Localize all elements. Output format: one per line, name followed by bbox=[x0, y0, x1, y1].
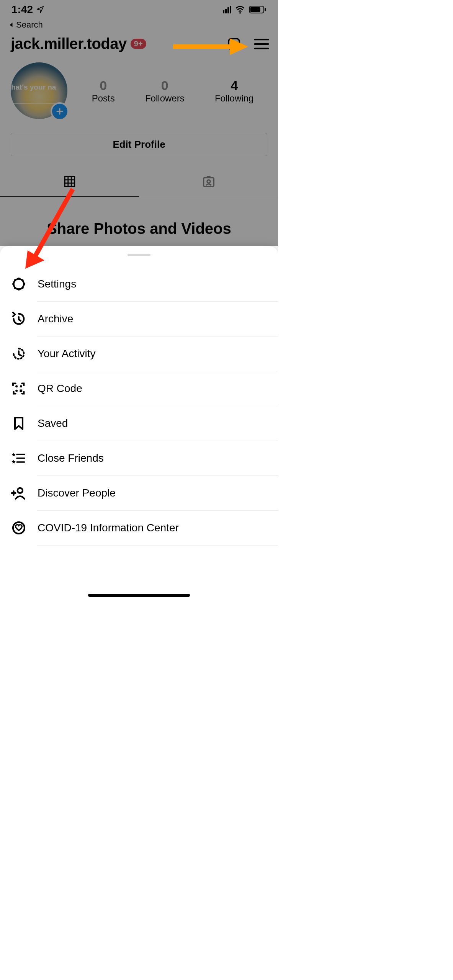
menu-saved[interactable]: Saved bbox=[0, 406, 278, 441]
svg-line-22 bbox=[14, 287, 16, 289]
svg-point-32 bbox=[13, 522, 25, 534]
archive-icon bbox=[11, 311, 27, 327]
menu-saved-label: Saved bbox=[38, 417, 68, 430]
menu-list: Settings Archive Your Activity bbox=[0, 267, 278, 546]
menu-discover-label: Discover People bbox=[38, 487, 116, 499]
svg-point-26 bbox=[15, 390, 18, 392]
menu-qr-label: QR Code bbox=[38, 382, 82, 395]
heart-circle-icon bbox=[11, 520, 27, 536]
menu-archive-label: Archive bbox=[38, 313, 73, 325]
svg-point-25 bbox=[20, 385, 22, 387]
menu-settings-label: Settings bbox=[38, 278, 76, 290]
svg-point-24 bbox=[15, 385, 18, 387]
add-person-icon bbox=[11, 485, 27, 501]
gear-icon bbox=[11, 276, 27, 292]
svg-line-23 bbox=[22, 279, 23, 281]
menu-activity[interactable]: Your Activity bbox=[0, 336, 278, 371]
svg-line-20 bbox=[14, 279, 16, 281]
close-friends-icon bbox=[11, 450, 27, 466]
bookmark-icon bbox=[11, 415, 27, 431]
qr-icon bbox=[11, 381, 27, 397]
menu-covid[interactable]: COVID-19 Information Center bbox=[0, 511, 278, 545]
menu-close-friends[interactable]: Close Friends bbox=[0, 441, 278, 475]
sheet-grabber[interactable] bbox=[128, 254, 150, 256]
menu-bottom-sheet: Settings Archive Your Activity bbox=[0, 246, 278, 601]
menu-activity-label: Your Activity bbox=[38, 348, 95, 360]
menu-close-friends-label: Close Friends bbox=[38, 452, 104, 464]
menu-discover[interactable]: Discover People bbox=[0, 476, 278, 510]
menu-archive[interactable]: Archive bbox=[0, 302, 278, 336]
menu-covid-label: COVID-19 Information Center bbox=[38, 522, 179, 534]
home-indicator[interactable] bbox=[88, 594, 190, 597]
svg-line-21 bbox=[22, 287, 23, 289]
modal-backdrop[interactable] bbox=[0, 0, 278, 246]
menu-qr-code[interactable]: QR Code bbox=[0, 371, 278, 406]
activity-icon bbox=[11, 346, 27, 362]
svg-point-31 bbox=[18, 488, 23, 493]
svg-rect-27 bbox=[20, 390, 23, 392]
menu-settings[interactable]: Settings bbox=[0, 267, 278, 301]
